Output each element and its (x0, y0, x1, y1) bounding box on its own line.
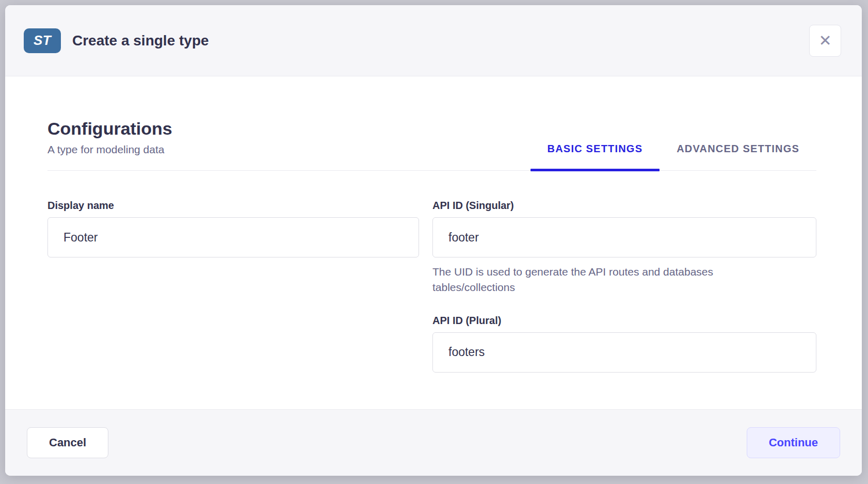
create-single-type-modal: ST Create a single type ✕ Configurations… (5, 5, 862, 476)
display-name-input[interactable] (47, 217, 419, 257)
section-subtitle: A type for modeling data (47, 143, 531, 156)
tab-advanced-settings-label: ADVANCED SETTINGS (677, 143, 799, 154)
tab-list: BASIC SETTINGS ADVANCED SETTINGS (531, 143, 816, 170)
display-name-label: Display name (47, 200, 419, 212)
cancel-button[interactable]: Cancel (27, 427, 108, 458)
tab-basic-settings[interactable]: BASIC SETTINGS (531, 143, 660, 170)
modal-body: Configurations A type for modeling data … (5, 76, 862, 409)
modal-title: Create a single type (72, 33, 209, 49)
configuration-form: Display name API ID (Singular) The UID i… (47, 200, 816, 373)
active-tab-indicator (531, 169, 660, 171)
modal-header: ST Create a single type ✕ (5, 5, 862, 76)
section-title: Configurations (47, 119, 531, 139)
api-id-singular-hint: The UID is used to generate the API rout… (432, 264, 742, 295)
single-type-badge: ST (24, 28, 61, 53)
section-titles: Configurations A type for modeling data (47, 119, 531, 170)
modal-overlay: ST Create a single type ✕ Configurations… (0, 0, 868, 484)
api-id-plural-group: API ID (Plural) (432, 315, 816, 373)
api-id-singular-input[interactable] (432, 217, 816, 257)
tab-advanced-settings[interactable]: ADVANCED SETTINGS (660, 143, 816, 170)
close-icon: ✕ (818, 33, 831, 49)
tab-basic-settings-label: BASIC SETTINGS (548, 143, 643, 154)
section-header: Configurations A type for modeling data … (47, 119, 816, 171)
api-id-plural-input[interactable] (432, 332, 816, 373)
form-column-right: API ID (Singular) The UID is used to gen… (432, 200, 816, 373)
continue-button[interactable]: Continue (747, 427, 840, 458)
api-id-singular-label: API ID (Singular) (432, 200, 816, 212)
api-id-plural-label: API ID (Plural) (432, 315, 816, 327)
close-button[interactable]: ✕ (809, 25, 841, 57)
form-column-left: Display name (47, 200, 419, 373)
modal-footer: Cancel Continue (5, 409, 862, 476)
